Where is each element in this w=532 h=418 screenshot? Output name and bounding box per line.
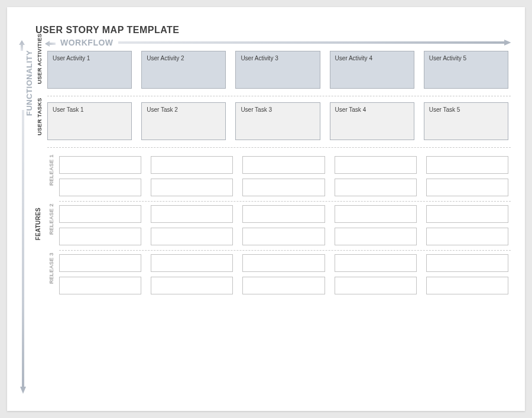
user-activities-label: USER ACTIVITIES (32, 51, 47, 89)
card-text: User Task 1 (53, 106, 84, 113)
feature-card (59, 228, 141, 245)
card-text: User Task 2 (147, 106, 178, 113)
card-text: User Task 3 (241, 106, 272, 113)
feature-card (151, 205, 233, 223)
features-label: FEATURES (32, 156, 44, 294)
card-text: User Activity 1 (53, 55, 90, 61)
feature-card (242, 156, 325, 174)
feature-card (335, 277, 417, 294)
user-tasks-section: USER TASKS User Task 1 User Task 2 User … (32, 102, 511, 140)
feature-card (242, 277, 325, 294)
feature-card (335, 228, 417, 245)
divider (47, 96, 511, 96)
arrow-up-small-icon (19, 40, 25, 53)
feature-card (242, 254, 325, 272)
release-block: RELEASE 3 (44, 254, 511, 294)
page-title: USER STORY MAP TEMPLATE (35, 25, 511, 35)
feature-card (335, 205, 417, 223)
user-tasks-label: USER TASKS (32, 102, 47, 140)
svg-marker-0 (45, 41, 56, 47)
release-label: RELEASE 3 (44, 254, 59, 294)
feature-card (335, 179, 417, 196)
divider (47, 147, 511, 148)
feature-card (426, 254, 508, 272)
page: USER STORY MAP TEMPLATE WORKFLOW (7, 7, 525, 411)
svg-rect-3 (22, 110, 24, 388)
feature-card (59, 156, 141, 174)
arrow-left-small-icon (45, 38, 57, 47)
card-text: User Activity 5 (429, 55, 466, 61)
task-card: User Task 2 (141, 102, 226, 140)
feature-card (59, 179, 141, 196)
svg-marker-2 (504, 40, 511, 46)
feature-card (151, 254, 233, 272)
card-text: User Activity 4 (335, 55, 372, 61)
feature-card (335, 254, 417, 272)
feature-card (426, 277, 508, 294)
feature-card (59, 254, 141, 272)
arrow-down-icon (20, 110, 26, 394)
release-label: RELEASE 2 (44, 205, 59, 245)
activity-card: User Activity 3 (235, 51, 320, 89)
divider (59, 201, 511, 202)
svg-marker-4 (20, 387, 26, 394)
activity-card: User Activity 2 (141, 51, 226, 89)
card-text: User Activity 3 (241, 55, 278, 61)
release-block: RELEASE 2 (44, 205, 511, 245)
functionality-axis: FUNCTIONALITY (19, 51, 32, 387)
feature-card (151, 277, 233, 294)
feature-card (151, 179, 233, 196)
task-card: User Task 3 (235, 102, 320, 140)
feature-card (151, 156, 233, 174)
workflow-label: WORKFLOW (60, 38, 113, 47)
activity-card: User Activity 5 (424, 51, 508, 89)
release-label: RELEASE 1 (44, 156, 59, 196)
task-card: User Task 5 (424, 102, 508, 140)
divider (59, 250, 511, 251)
feature-card (242, 179, 325, 196)
card-text: User Task 4 (335, 106, 366, 113)
task-card: User Task 1 (47, 102, 132, 140)
feature-card (335, 156, 417, 174)
features-section: FEATURES RELEASE 1 (32, 156, 511, 294)
feature-card (242, 205, 325, 223)
feature-card (242, 228, 325, 245)
card-text: User Activity 2 (147, 55, 184, 61)
arrow-right-icon (118, 40, 511, 46)
workflow-axis: WORKFLOW (48, 38, 511, 47)
feature-card (151, 228, 233, 245)
svg-rect-1 (118, 41, 505, 44)
feature-card (59, 205, 141, 223)
feature-card (426, 228, 508, 245)
user-activities-section: USER ACTIVITIES User Activity 1 User Act… (32, 51, 511, 89)
activity-card: User Activity 4 (330, 51, 414, 89)
feature-card (426, 205, 508, 223)
release-block: RELEASE 1 (44, 156, 511, 196)
activity-card: User Activity 1 (47, 51, 132, 89)
task-card: User Task 4 (330, 102, 414, 140)
feature-card (59, 277, 141, 294)
feature-card (426, 179, 508, 196)
feature-card (426, 156, 508, 174)
svg-marker-5 (19, 40, 25, 51)
card-text: User Task 5 (429, 106, 460, 113)
